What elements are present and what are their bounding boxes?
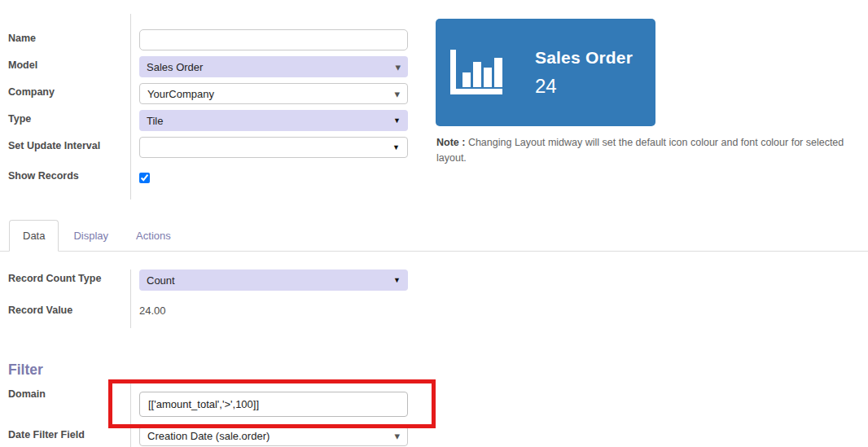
model-label: Model (0, 56, 130, 71)
name-label: Name (0, 14, 130, 44)
record-count-type-select-value: Count (147, 274, 175, 287)
tile-preview: Sales Order 24 (436, 19, 655, 126)
name-field-cell (130, 14, 420, 56)
company-field-cell: YourCompany ▾ (130, 83, 420, 110)
tab-actions[interactable]: Actions (123, 221, 184, 251)
select-arrow-icon: ▼ (393, 117, 401, 125)
form-row-date-filter-field: Date Filter Field Creation Date (sale.or… (0, 426, 423, 447)
filter-section-heading: Filter (8, 362, 43, 379)
form-row-company: Company YourCompany ▾ (0, 83, 423, 110)
record-count-type-field-cell: Count ▼ (130, 270, 420, 300)
record-count-type-label: Record Count Type (0, 270, 130, 284)
model-select-value: Sales Order (147, 61, 203, 73)
tile-config-form: Name Model Sales Order ▾ Company YourCom… (0, 14, 423, 199)
type-field-cell: Tile ▼ (130, 110, 420, 137)
form-row-type: Type Tile ▼ (0, 110, 423, 137)
date-filter-field-select[interactable]: Creation Date (sale.order) ▾ (139, 426, 408, 446)
record-value-field-cell: 24.00 (130, 300, 420, 328)
data-tab-pane: Record Count Type Count ▼ Record Value 2… (0, 270, 423, 328)
company-select-value: YourCompany (147, 88, 214, 100)
chevron-down-icon: ▾ (394, 431, 400, 441)
note-text: Changing Layout midway will set the defa… (436, 137, 844, 164)
type-label: Type (0, 110, 130, 125)
date-filter-field-cell: Creation Date (sale.order) ▾ (130, 426, 420, 447)
domain-field-cell (130, 383, 420, 426)
tab-data[interactable]: Data (9, 220, 59, 252)
tile-title: Sales Order (535, 48, 633, 68)
company-select[interactable]: YourCompany ▾ (139, 83, 408, 104)
show-records-checkbox[interactable] (139, 173, 150, 183)
notebook-tabs: Data Display Actions (0, 220, 868, 252)
show-records-field-cell (130, 164, 420, 199)
type-select[interactable]: Tile ▼ (139, 110, 408, 131)
filter-pane: Domain Date Filter Field Creation Date (… (0, 383, 423, 447)
date-filter-field-select-value: Creation Date (sale.order) (147, 430, 270, 442)
form-row-model: Model Sales Order ▾ (0, 56, 423, 83)
type-select-value: Tile (147, 115, 163, 127)
tile-text-block: Sales Order 24 (535, 48, 633, 98)
name-input[interactable] (139, 29, 408, 50)
select-arrow-icon: ▼ (393, 277, 401, 284)
update-interval-field-cell: ▼ (130, 137, 420, 164)
chevron-down-icon: ▾ (394, 89, 400, 99)
form-row-name: Name (0, 14, 423, 56)
form-row-record-count-type: Record Count Type Count ▼ (0, 270, 423, 300)
update-interval-label: Set Update Interval (0, 137, 130, 151)
chevron-down-icon: ▾ (395, 62, 401, 72)
domain-input[interactable] (139, 392, 408, 417)
update-interval-select[interactable]: ▼ (139, 137, 408, 158)
tile-count: 24 (535, 75, 633, 98)
record-value-label: Record Value (0, 300, 130, 316)
tile-configuration-page: Name Model Sales Order ▾ Company YourCom… (0, 0, 868, 447)
show-records-label: Show Records (0, 164, 130, 182)
date-filter-field-label: Date Filter Field (0, 426, 130, 440)
form-row-record-value: Record Value 24.00 (0, 300, 423, 328)
select-arrow-icon: ▼ (392, 144, 400, 151)
form-row-domain: Domain (0, 383, 423, 426)
company-label: Company (0, 83, 130, 98)
layout-note: Note : Changing Layout midway will set t… (436, 135, 863, 166)
tab-display[interactable]: Display (60, 221, 121, 251)
form-row-update-interval: Set Update Interval ▼ (0, 137, 423, 164)
domain-label: Domain (0, 383, 130, 400)
record-count-type-select[interactable]: Count ▼ (139, 270, 408, 291)
model-select[interactable]: Sales Order ▾ (139, 56, 408, 77)
model-field-cell: Sales Order ▾ (130, 56, 420, 83)
note-label: Note : (436, 137, 465, 148)
form-row-show-records: Show Records (0, 164, 423, 199)
bar-chart-icon (449, 49, 509, 96)
record-value: 24.00 (139, 302, 420, 317)
